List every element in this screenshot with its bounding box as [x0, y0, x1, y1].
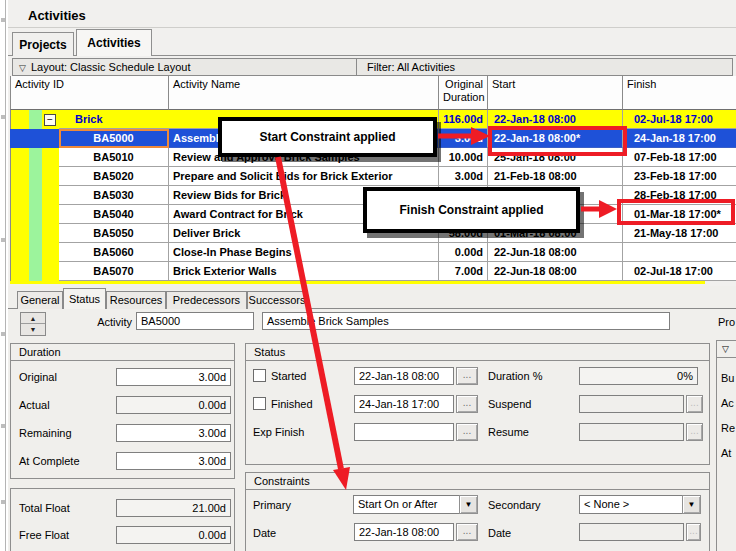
- at-complete-label: At Complete: [19, 452, 80, 470]
- cell-activity-name[interactable]: Prepare and Solicit Bids for Brick Exter…: [169, 167, 439, 186]
- primary-constraint-dropdown[interactable]: Start On or After: [353, 495, 460, 514]
- status-groupbox: Status Started 22-Jan-18 08:00 ... Durat…: [245, 343, 710, 465]
- suspend-label: Suspend: [488, 395, 531, 413]
- tab-successors[interactable]: Successors: [247, 291, 307, 309]
- started-date-browse-button[interactable]: ...: [456, 367, 478, 385]
- cell-activity-id[interactable]: BA5050: [59, 224, 169, 243]
- tab-general[interactable]: General: [17, 291, 63, 309]
- finished-date-browse-button[interactable]: ...: [456, 395, 478, 413]
- original-duration-field[interactable]: 3.00d: [116, 368, 231, 386]
- tab-projects[interactable]: Projects: [12, 32, 74, 56]
- cell-finish[interactable]: [623, 243, 736, 262]
- constraint-date-browse-button[interactable]: ...: [456, 523, 478, 541]
- cell-duration[interactable]: 0.00d: [439, 243, 488, 262]
- collapse-minus-icon[interactable]: −: [44, 114, 56, 126]
- secondary-constraint-dropdown[interactable]: < None >: [579, 495, 683, 514]
- suspend-browse-button: ...: [686, 395, 703, 413]
- collapse-triangle-icon[interactable]: ▽: [19, 60, 26, 76]
- tab-activities[interactable]: Activities: [76, 29, 152, 56]
- cell-finish[interactable]: 07-Feb-18 17:00: [623, 148, 736, 167]
- column-header-finish[interactable]: Finish: [623, 76, 736, 110]
- cell-duration[interactable]: 7.00d: [439, 262, 488, 281]
- spinner-up-icon[interactable]: ▲: [21, 313, 45, 324]
- cell-finish[interactable]: 23-Feb-18 17:00: [623, 167, 736, 186]
- remaining-duration-field[interactable]: 3.00d: [116, 424, 231, 442]
- units-collapse-icon[interactable]: ▽: [717, 341, 736, 358]
- cell-activity-name[interactable]: Brick Exterior Walls: [169, 262, 439, 281]
- activity-spinner[interactable]: ▲ ▼: [20, 312, 46, 336]
- window-edge-divider: [5, 0, 6, 551]
- started-checkbox[interactable]: [253, 369, 266, 382]
- remaining-label: Remaining: [19, 424, 72, 442]
- exp-finish-browse-button[interactable]: ...: [456, 423, 478, 441]
- cell-activity-name[interactable]: Close-In Phase Begins: [169, 243, 439, 262]
- suspend-field: [579, 395, 684, 413]
- finished-date-field[interactable]: 24-Jan-18 17:00: [354, 395, 454, 413]
- free-float-label: Free Float: [19, 526, 69, 544]
- column-header-start[interactable]: Start: [488, 76, 623, 110]
- cell-activity-id[interactable]: BA5060: [59, 243, 169, 262]
- edge-mark: [1, 115, 5, 119]
- activity-name-field[interactable]: Assemble Brick Samples: [262, 312, 670, 330]
- cell-group-duration[interactable]: 116.00d: [439, 110, 488, 129]
- tab-resources[interactable]: Resources: [106, 291, 166, 309]
- spinner-down-icon[interactable]: ▼: [21, 324, 45, 335]
- units-row-label: At: [721, 444, 731, 462]
- cell-start[interactable]: 22-Jun-18 08:00: [488, 243, 623, 262]
- duration-pct-label: Duration %: [488, 367, 542, 385]
- selected-row-gutter-highlight: [10, 129, 59, 148]
- cell-finish[interactable]: 02-Jul-18 17:00: [623, 262, 736, 281]
- duration-title: Duration: [11, 344, 234, 361]
- tab-status[interactable]: Status: [63, 288, 106, 309]
- cell-activity-id[interactable]: BA5040: [59, 205, 169, 224]
- column-header-activity-id[interactable]: Activity ID: [10, 76, 169, 110]
- project-label-cut: Pro: [718, 313, 735, 331]
- primary-constraint-label: Primary: [253, 496, 291, 514]
- exp-finish-field[interactable]: [354, 423, 454, 441]
- actual-duration-field: 0.00d: [116, 396, 231, 414]
- finished-checkbox[interactable]: [253, 397, 266, 410]
- float-groupbox: Total Float 21.00d Free Float 0.00d: [10, 488, 235, 551]
- actual-label: Actual: [19, 396, 50, 414]
- cell-finish[interactable]: 21-May-18 17:00: [623, 224, 736, 243]
- cell-activity-id[interactable]: BA5030: [59, 186, 169, 205]
- primary-dropdown-arrow-icon[interactable]: ▼: [459, 495, 478, 514]
- cell-duration[interactable]: 3.00d: [439, 167, 488, 186]
- cell-start[interactable]: 22-Jun-18 08:00: [488, 262, 623, 281]
- cell-group-finish[interactable]: 02-Jul-18 17:00: [623, 110, 736, 129]
- cell-activity-id[interactable]: BA5020: [59, 167, 169, 186]
- edge-mark: [1, 332, 5, 336]
- edge-mark: [1, 424, 5, 428]
- activity-id-field[interactable]: BA5000: [136, 312, 254, 330]
- start-constraint-highlight-box: [488, 126, 627, 156]
- cell-start[interactable]: 21-Feb-18 08:00: [488, 167, 623, 186]
- at-complete-duration-field[interactable]: 3.00d: [116, 452, 231, 470]
- next-group-band: [10, 281, 705, 284]
- cell-activity-id[interactable]: BA5070: [59, 262, 169, 281]
- filter-bar[interactable]: Filter: All Activities: [356, 58, 733, 76]
- table-row[interactable]: BA5070 Brick Exterior Walls 7.00d 22-Jun…: [59, 262, 736, 281]
- header-line: Original: [445, 78, 483, 90]
- cell-finish[interactable]: 24-Jan-18 17:00: [623, 129, 736, 148]
- table-row[interactable]: BA5060 Close-In Phase Begins 0.00d 22-Ju…: [59, 243, 736, 262]
- table-row[interactable]: BA5020 Prepare and Solicit Bids for Bric…: [59, 167, 736, 186]
- cell-duration[interactable]: 3.00d: [439, 129, 488, 148]
- cell-activity-id[interactable]: BA5000: [59, 129, 169, 148]
- column-header-original-duration[interactable]: OriginalDuration: [439, 76, 488, 110]
- constraint-date-field[interactable]: 22-Jan-18 08:00: [354, 523, 454, 541]
- cell-duration[interactable]: 10.00d: [439, 148, 488, 167]
- status-title: Status: [246, 344, 709, 361]
- units-row-label: Re: [721, 419, 735, 437]
- layout-bar-label: Layout: Classic Schedule Layout: [31, 61, 191, 73]
- free-float-field: 0.00d: [116, 526, 231, 544]
- column-header-activity-name[interactable]: Activity Name: [169, 76, 439, 110]
- constraint-date-label: Date: [253, 524, 276, 542]
- duration-pct-field: 0%: [579, 367, 698, 385]
- page-title: Activities: [28, 8, 86, 23]
- tab-predecessors[interactable]: Predecessors: [166, 291, 247, 309]
- layout-bar[interactable]: ▽Layout: Classic Schedule Layout: [12, 58, 357, 76]
- cell-activity-id[interactable]: BA5010: [59, 148, 169, 167]
- finished-label: Finished: [271, 395, 313, 413]
- secondary-dropdown-arrow-icon[interactable]: ▼: [682, 495, 701, 514]
- started-date-field[interactable]: 22-Jan-18 08:00: [354, 367, 454, 385]
